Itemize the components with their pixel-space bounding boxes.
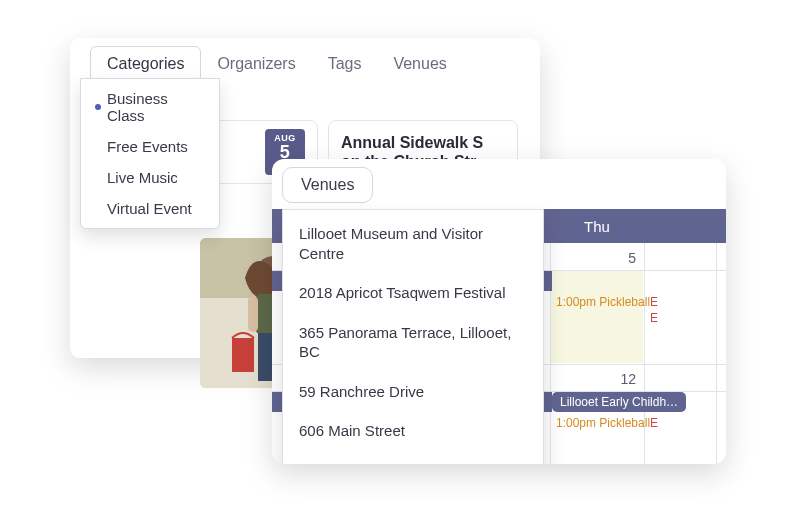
tab-categories[interactable]: Categories	[90, 46, 201, 82]
category-free-events[interactable]: Free Events	[81, 131, 219, 162]
venue-item-4[interactable]: 606 Main Street	[283, 411, 543, 451]
col-header-thu: Thu	[550, 209, 644, 243]
event-e-1[interactable]: E	[650, 295, 658, 309]
category-virtual-event[interactable]: Virtual Event	[81, 193, 219, 224]
tab-venues-active[interactable]: Venues	[282, 167, 373, 203]
venue-item-3[interactable]: 59 Ranchree Drive	[283, 372, 543, 412]
tab-organizers[interactable]: Organizers	[201, 47, 311, 81]
venues-dropdown[interactable]: Lillooet Museum and Visitor Centre 2018 …	[282, 209, 544, 464]
venue-item-0[interactable]: Lillooet Museum and Visitor Centre	[283, 214, 543, 273]
category-business-class[interactable]: Business Class	[81, 83, 219, 131]
calendar-panel: Venues Thu 4 5 hildh… od Forve 1:00pm Pi…	[272, 159, 726, 464]
tab-venues[interactable]: Venues	[377, 47, 462, 81]
svg-rect-7	[232, 338, 254, 372]
daynum-12: 12	[550, 367, 644, 391]
categories-dropdown[interactable]: Business Class Free Events Live Music Vi…	[80, 78, 220, 229]
event-e-2[interactable]: E	[650, 416, 658, 430]
grid-vline	[716, 243, 717, 464]
event-pickleball-2[interactable]: 1:00pm Pickleball	[556, 416, 650, 430]
venue-item-2[interactable]: 365 Panorama Terrace, Lillooet, BC	[283, 313, 543, 372]
tab-tags[interactable]: Tags	[312, 47, 378, 81]
event-e-1b[interactable]: E	[650, 311, 658, 325]
venue-item-1[interactable]: 2018 Apricot Tsaqwem Festival	[283, 273, 543, 313]
category-live-music[interactable]: Live Music	[81, 162, 219, 193]
event-pickleball-1[interactable]: 1:00pm Pickleball	[556, 295, 650, 309]
calendar-header: Venues	[272, 159, 726, 207]
event-pill-lillooet[interactable]: Lillooet Early Childh…	[552, 392, 686, 412]
cell-highlight	[551, 271, 643, 363]
grid-vline	[644, 243, 645, 464]
venue-item-5[interactable]: 680 Main St.	[283, 451, 543, 465]
daynum-5: 5	[550, 246, 644, 270]
svg-rect-5	[248, 296, 258, 332]
